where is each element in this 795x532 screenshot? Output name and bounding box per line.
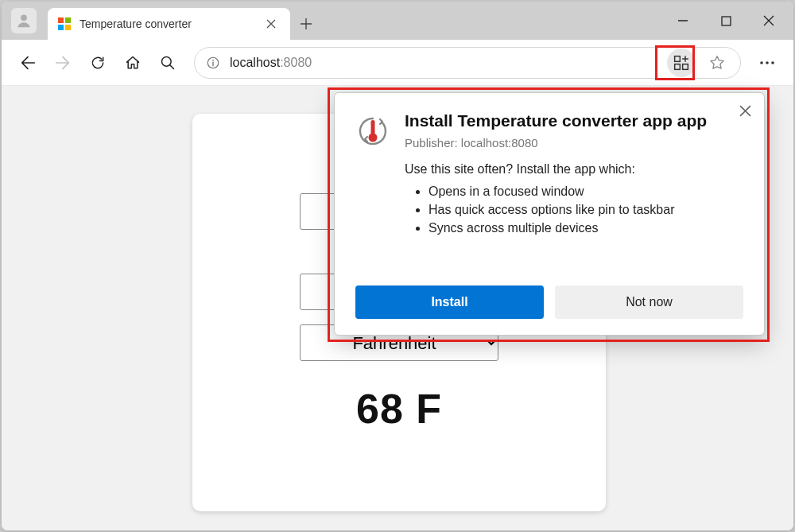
popup-bullet: Opens in a focused window bbox=[429, 184, 743, 199]
plus-icon bbox=[300, 17, 312, 30]
thermometer-icon bbox=[355, 114, 390, 149]
new-tab-button[interactable] bbox=[290, 8, 322, 40]
close-icon bbox=[739, 105, 751, 117]
popup-bullet: Syncs across multiple devices bbox=[429, 221, 743, 235]
address-port: :8080 bbox=[280, 56, 312, 69]
popup-publisher: Publisher: localhost:8080 bbox=[405, 136, 743, 150]
popup-bullets: Opens in a focused window Has quick acce… bbox=[429, 184, 743, 235]
ellipsis-icon bbox=[759, 60, 775, 65]
info-icon bbox=[206, 56, 220, 70]
arrow-right-icon bbox=[54, 54, 72, 72]
apps-install-icon bbox=[673, 55, 689, 71]
more-button[interactable] bbox=[752, 48, 782, 78]
svg-point-0 bbox=[21, 14, 27, 21]
browser-tab[interactable]: Temperature converter bbox=[48, 8, 290, 40]
titlebar: Temperature converter bbox=[2, 2, 793, 40]
address-host: localhost bbox=[230, 56, 280, 69]
close-window-button[interactable] bbox=[747, 5, 790, 37]
toolbar: localhost:8080 bbox=[2, 40, 793, 86]
home-icon bbox=[125, 55, 141, 71]
favorite-button[interactable] bbox=[705, 55, 729, 71]
refresh-button[interactable] bbox=[83, 48, 113, 78]
svg-point-12 bbox=[369, 134, 378, 142]
install-popup: Install Temperature converter app app Pu… bbox=[334, 92, 765, 336]
window-controls bbox=[661, 2, 790, 40]
svg-rect-1 bbox=[722, 17, 731, 25]
home-button[interactable] bbox=[118, 48, 148, 78]
search-icon bbox=[160, 55, 176, 71]
minimize-button[interactable] bbox=[661, 5, 704, 37]
person-icon bbox=[15, 12, 33, 29]
minimize-icon bbox=[677, 15, 688, 26]
maximize-button[interactable] bbox=[704, 5, 747, 37]
close-icon bbox=[266, 19, 276, 29]
result-text: 68 F bbox=[216, 385, 582, 433]
not-now-button[interactable]: Not now bbox=[555, 285, 743, 319]
svg-point-9 bbox=[766, 61, 769, 64]
svg-point-10 bbox=[771, 61, 774, 64]
svg-rect-6 bbox=[675, 64, 681, 69]
popup-close-button[interactable] bbox=[734, 99, 756, 122]
forward-button[interactable] bbox=[48, 48, 78, 78]
browser-window: Temperature converter bbox=[2, 2, 793, 530]
tab-close-button[interactable] bbox=[262, 14, 281, 33]
popup-lead: Use this site often? Install the app whi… bbox=[405, 162, 743, 177]
profile-button[interactable] bbox=[11, 8, 37, 33]
tab-title: Temperature converter bbox=[80, 17, 262, 30]
favicon-icon bbox=[57, 17, 72, 31]
close-icon bbox=[763, 15, 774, 26]
install-button[interactable]: Install bbox=[355, 285, 544, 319]
popup-title: Install Temperature converter app app bbox=[405, 111, 743, 131]
search-button[interactable] bbox=[153, 48, 183, 78]
install-app-button[interactable] bbox=[667, 49, 696, 77]
page-content: Fahrenheit 68 F Install Temper bbox=[2, 86, 793, 530]
refresh-icon bbox=[90, 55, 106, 71]
svg-rect-7 bbox=[683, 64, 688, 69]
address-bar[interactable]: localhost:8080 bbox=[194, 47, 741, 79]
svg-point-4 bbox=[212, 59, 214, 60]
popup-bullet: Has quick access options like pin to tas… bbox=[429, 203, 743, 217]
svg-rect-5 bbox=[675, 56, 681, 61]
address-text: localhost:8080 bbox=[230, 56, 312, 70]
star-icon bbox=[709, 55, 725, 71]
back-button[interactable] bbox=[13, 48, 43, 78]
maximize-icon bbox=[721, 16, 731, 26]
arrow-left-icon bbox=[19, 54, 37, 72]
svg-point-8 bbox=[760, 61, 763, 64]
